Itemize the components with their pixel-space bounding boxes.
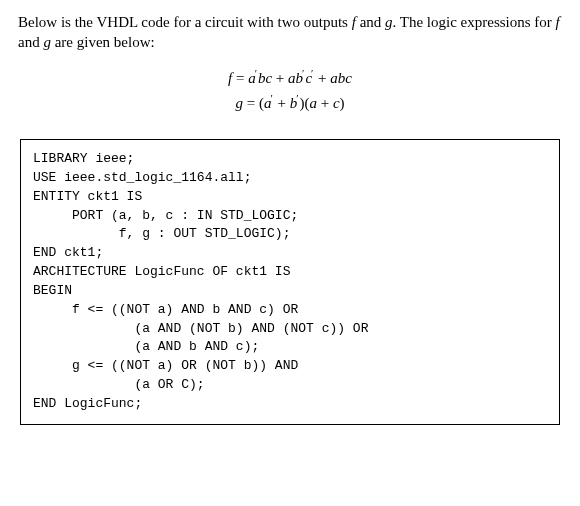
code-line: (a AND (NOT b) AND (NOT c)) OR bbox=[33, 320, 547, 339]
eq-f-eq: = bbox=[232, 70, 248, 86]
code-line: END LogicFunc; bbox=[33, 395, 547, 414]
equation-block: f = a′bc + ab′c′ + abc g = (a′ + b′)(a +… bbox=[18, 67, 562, 114]
code-line: (a OR C); bbox=[33, 376, 547, 395]
code-line: END ckt1; bbox=[33, 244, 547, 263]
code-line: ENTITY ckt1 IS bbox=[33, 188, 547, 207]
code-line: USE ieee.std_logic_1164.all; bbox=[33, 169, 547, 188]
equation-f: f = a′bc + ab′c′ + abc bbox=[18, 67, 562, 88]
code-line: ARCHITECTURE LogicFunc OF ckt1 IS bbox=[33, 263, 547, 282]
var-f-2: f bbox=[556, 14, 560, 30]
eq-g-lhs: g bbox=[235, 95, 243, 111]
var-g-2: g bbox=[43, 34, 51, 50]
code-line: LIBRARY ieee; bbox=[33, 150, 547, 169]
intro-text-3: . The logic expressions for bbox=[393, 14, 556, 30]
intro-text-5: are given below: bbox=[51, 34, 155, 50]
code-line: g <= ((NOT a) OR (NOT b)) AND bbox=[33, 357, 547, 376]
vhdl-code-box: LIBRARY ieee;USE ieee.std_logic_1164.all… bbox=[20, 139, 560, 425]
code-line: f, g : OUT STD_LOGIC); bbox=[33, 225, 547, 244]
code-line: (a AND b AND c); bbox=[33, 338, 547, 357]
var-g: g bbox=[385, 14, 393, 30]
code-line: PORT (a, b, c : IN STD_LOGIC; bbox=[33, 207, 547, 226]
equation-g: g = (a′ + b′)(a + c) bbox=[18, 92, 562, 113]
intro-text-2: and bbox=[356, 14, 385, 30]
problem-statement: Below is the VHDL code for a circuit wit… bbox=[18, 12, 562, 53]
code-line: BEGIN bbox=[33, 282, 547, 301]
eq-g-rhs: (a′ + b′)(a + c) bbox=[259, 95, 345, 111]
code-line: f <= ((NOT a) AND b AND c) OR bbox=[33, 301, 547, 320]
eq-f-rhs: a′bc + ab′c′ + abc bbox=[248, 70, 352, 86]
intro-text-4: and bbox=[18, 34, 43, 50]
intro-text-1: Below is the VHDL code for a circuit wit… bbox=[18, 14, 352, 30]
eq-g-eq: = bbox=[243, 95, 259, 111]
